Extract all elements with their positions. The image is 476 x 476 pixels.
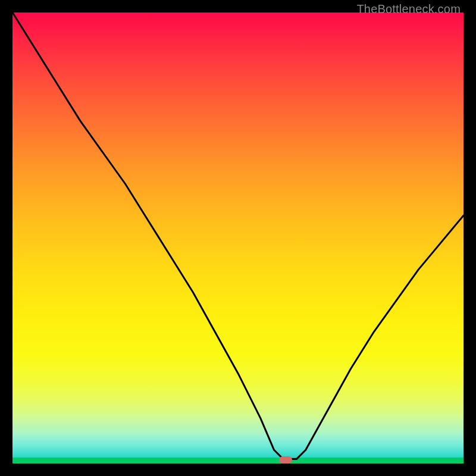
bottleneck-curve <box>12 12 464 464</box>
chart-frame: TheBottleneck.com <box>0 0 476 476</box>
plot-area <box>12 12 464 464</box>
optimal-marker <box>279 456 292 464</box>
watermark-text: TheBottleneck.com <box>356 2 461 16</box>
